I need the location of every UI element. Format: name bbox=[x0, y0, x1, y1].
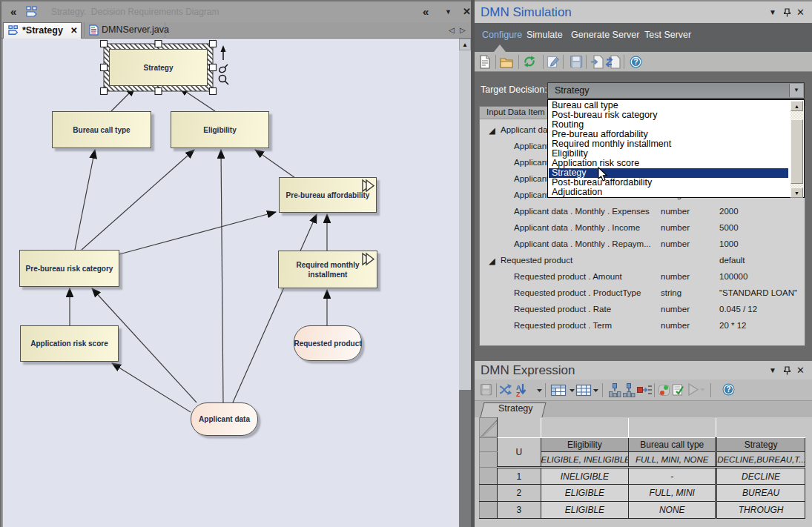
svg-text:?: ? bbox=[726, 385, 730, 394]
svg-text:Z: Z bbox=[516, 391, 521, 398]
svg-text:?: ? bbox=[633, 58, 638, 66]
